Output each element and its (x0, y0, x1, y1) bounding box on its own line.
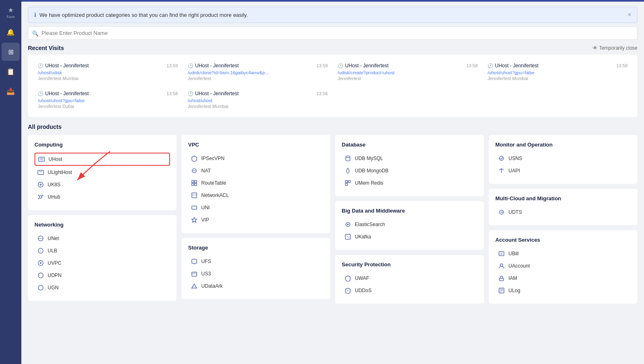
product-udts[interactable]: UDTS (495, 206, 631, 218)
networking-title: Networking (34, 222, 170, 228)
ufs-icon (191, 258, 198, 265)
recent-item-3[interactable]: 🕐 UHost - Jennifertest 13:58 /udisk/crea… (334, 60, 481, 84)
product-udb-mysql[interactable]: UDB MySQL (342, 153, 477, 164)
product-usns[interactable]: USNS (495, 153, 631, 164)
uapi-icon (498, 167, 505, 174)
product-us3[interactable]: US3 (188, 268, 324, 279)
uhost-icon (38, 156, 45, 163)
ufs-label: UFS (201, 259, 211, 264)
sidebar-item-inbox[interactable]: 📥 (2, 82, 20, 100)
product-uvpc[interactable]: UVPC (34, 257, 170, 269)
info-banner: ℹ We have optimized product categories s… (28, 7, 637, 23)
recent-visits-header: Recent Visits 👁 Temporarily close (28, 45, 637, 51)
ukafka-label: UKafka (355, 234, 371, 240)
sidebar-item-products[interactable]: ⊞ (2, 43, 20, 61)
clock-icon-3: 🕐 (338, 63, 343, 69)
uddos-icon (344, 287, 352, 294)
recent-item-5[interactable]: 🕐 UHost - Jennifertest 13:58 /uhost/uhos… (34, 87, 181, 112)
temporarily-close-button[interactable]: 👁 Temporarily close (593, 45, 637, 51)
svg-rect-3 (38, 170, 44, 174)
sidebar-item-fave[interactable]: ★ Fave (2, 3, 20, 21)
uk8s-icon (37, 181, 44, 188)
product-uddos[interactable]: UDDoS (342, 285, 477, 296)
recent-item-1[interactable]: 🕐 UHost - Jennifertest 13:59 /uhost/udis… (34, 60, 181, 84)
product-ulb[interactable]: + ULB (34, 245, 170, 256)
sidebar-fave-label: Fave (7, 15, 15, 19)
product-udb-mongodb[interactable]: UDB MongoDB (342, 165, 477, 176)
clock-icon-1: 🕐 (38, 63, 44, 69)
svg-point-35 (346, 156, 350, 158)
product-umem-redis[interactable]: UMem Redis (342, 177, 477, 189)
svg-rect-0 (39, 157, 44, 161)
product-elasticsearch[interactable]: ElasticSearch (342, 219, 477, 230)
product-uaccount[interactable]: UAccount (495, 260, 631, 272)
product-ukafka[interactable]: UKafka (342, 231, 477, 243)
usns-label: USNS (508, 156, 522, 161)
product-routetable[interactable]: RouteTable (188, 177, 324, 189)
ukafka-icon (344, 233, 352, 240)
product-networkacl[interactable]: NetworkACL (188, 190, 324, 201)
product-ufs[interactable]: UFS (188, 256, 324, 267)
product-uhub[interactable]: UHub (34, 191, 170, 203)
umem-redis-icon (344, 179, 352, 187)
udb-mongodb-label: UDB MongoDB (355, 168, 389, 174)
ulog-icon (498, 287, 505, 294)
elasticsearch-label: ElasticSearch (355, 222, 385, 227)
search-input[interactable] (28, 26, 637, 40)
vpc-card: VPC IPSecVPN NAT (182, 135, 330, 233)
recent-item-1-title: UHost - Jennifertest (45, 63, 89, 69)
left-column: Computing UHost ULightHost (28, 135, 177, 304)
vip-icon (191, 216, 198, 224)
product-vip[interactable]: VIP (188, 214, 324, 226)
doc-icon: 📋 (7, 68, 15, 76)
inbox-icon: 📥 (7, 87, 15, 95)
product-ipsecvpn[interactable]: IPSecVPN (188, 153, 324, 164)
recent-item-1-meta: Jennifertest Mumbai (38, 76, 178, 81)
sidebar-item-notifications[interactable]: 🔔 (2, 23, 20, 41)
search-container: 🔍 (28, 26, 637, 40)
ulighthost-icon (37, 169, 44, 176)
product-uk8s[interactable]: UK8S (34, 179, 170, 190)
product-uwaf[interactable]: UWAF (342, 272, 477, 284)
monitor-title: Monitor and Operation (495, 142, 631, 148)
database-card: Database UDB MySQL UDB MongoDB (335, 135, 484, 196)
product-ubill[interactable]: UBill (495, 248, 631, 259)
clock-icon-6: 🕐 (188, 91, 193, 96)
sidebar-item-docs[interactable]: 📋 (2, 62, 20, 80)
product-ugn[interactable]: UGN (34, 282, 170, 293)
product-nat[interactable]: NAT (188, 165, 324, 176)
product-unet[interactable]: UNet (34, 233, 170, 244)
product-udataark[interactable]: UDataArk (188, 280, 324, 292)
ipsecvpn-icon (191, 155, 198, 162)
main-content: ℹ We have optimized product categories s… (21, 0, 644, 364)
recent-item-5-url: /uhost/uhost?gpu=false (38, 98, 120, 103)
recent-item-6[interactable]: 🕐 UHost - Jennifertest 13:56 /uhost/uhos… (184, 87, 331, 112)
nat-label: NAT (201, 168, 211, 174)
clock-icon-5: 🕐 (38, 91, 44, 96)
recent-item-6-title: UHost - Jennifertest (195, 91, 239, 96)
product-uhost[interactable]: UHost (34, 153, 170, 166)
product-ulog[interactable]: ULog (495, 285, 631, 296)
recent-item-1-time: 13:59 (166, 63, 178, 68)
recent-visits-title: Recent Visits (28, 45, 64, 51)
uni-icon (191, 204, 198, 211)
svg-point-40 (347, 224, 349, 225)
svg-rect-29 (192, 193, 197, 198)
uddos-label: UDDoS (355, 288, 372, 293)
product-iam[interactable]: IAM (495, 272, 631, 284)
vip-label: VIP (201, 217, 209, 223)
product-uapi[interactable]: UAPI (495, 165, 631, 176)
svg-rect-38 (345, 183, 347, 185)
recent-item-4[interactable]: 🕐 UHost - Jennifertest 13:58 /uhost/uhos… (484, 60, 631, 84)
product-uni[interactable]: UNI (188, 202, 324, 213)
svg-rect-25 (192, 181, 194, 183)
unet-label: UNet (48, 236, 59, 241)
svg-rect-27 (192, 183, 194, 185)
products-grid: Computing UHost ULightHost (28, 135, 637, 304)
recent-item-4-url: /uhost/uhost?gpu=false (488, 70, 570, 75)
product-udpn[interactable]: UDPN (34, 270, 170, 281)
recent-item-2[interactable]: 🕐 UHost - Jennifertest 13:59 /udisk/clon… (184, 60, 331, 84)
svg-rect-33 (192, 272, 197, 276)
banner-close-button[interactable]: × (628, 11, 631, 18)
product-ulighthost[interactable]: ULightHost (34, 167, 170, 178)
